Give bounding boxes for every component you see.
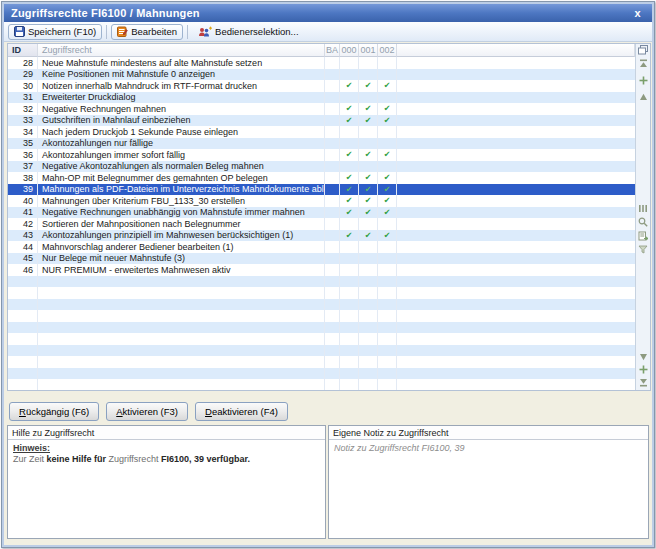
table-row[interactable]: 46NUR PREMIUM - erweitertes Mahnwesen ak… bbox=[8, 264, 635, 276]
search-icon[interactable] bbox=[638, 217, 648, 227]
cell-ba bbox=[325, 368, 340, 380]
cell-001 bbox=[359, 161, 378, 173]
column-header-id[interactable]: ID bbox=[8, 44, 38, 57]
table-row-empty[interactable] bbox=[8, 276, 635, 288]
cell-001-check-icon: ✔ bbox=[359, 230, 378, 242]
undo-button[interactable]: Rückgängig (F6) bbox=[9, 402, 99, 421]
note-panel-body[interactable]: Notiz zu Zugriffsrecht FI6100, 39 bbox=[329, 440, 648, 457]
table-row-empty[interactable] bbox=[8, 310, 635, 322]
export-icon[interactable] bbox=[638, 231, 648, 241]
help-text-segment: keine Hilfe für bbox=[47, 454, 109, 464]
cell-zugriffsrecht: Notizen innerhalb Mahndruck im RTF-Forma… bbox=[38, 80, 325, 92]
cell-000 bbox=[340, 356, 359, 368]
grid-scroll-strip bbox=[635, 44, 650, 390]
cell-001 bbox=[359, 126, 378, 138]
column-header-000[interactable]: 000 bbox=[340, 44, 359, 57]
table-row[interactable]: 30Notizen innerhalb Mahndruck im RTF-For… bbox=[8, 80, 635, 92]
help-text: Zur Zeit keine Hilfe für Zugriffsrecht F… bbox=[13, 454, 320, 465]
cell-zugriffsrecht: Akontozahlungen prinzipiell im Mahnwesen… bbox=[38, 230, 325, 242]
scroll-first-icon[interactable] bbox=[639, 59, 648, 68]
cell-filler bbox=[397, 172, 635, 184]
table-row[interactable]: 38Mahn-OP mit Belegnummer des gemahnten … bbox=[8, 172, 635, 184]
title-bar[interactable]: Zugriffsrechte FI6100 / Mahnungen x bbox=[4, 4, 652, 22]
table-row-empty[interactable] bbox=[8, 299, 635, 311]
table-row[interactable]: 36Akontozahlungen immer sofort fällig✔✔✔ bbox=[8, 149, 635, 161]
cell-zugriffsrecht bbox=[38, 287, 325, 299]
table-row-empty[interactable] bbox=[8, 322, 635, 334]
table-row[interactable]: 44Mahnvorschlag anderer Bediener bearbei… bbox=[8, 241, 635, 253]
cell-ba bbox=[325, 92, 340, 104]
activate-button[interactable]: Aktivieren (F3) bbox=[106, 402, 188, 421]
cell-002 bbox=[378, 92, 397, 104]
scroll-last-icon[interactable] bbox=[639, 378, 648, 387]
cell-001 bbox=[359, 345, 378, 357]
cell-zugriffsrecht: Neue Mahnstufe mindestens auf alte Mahns… bbox=[38, 57, 325, 69]
cell-000 bbox=[340, 276, 359, 288]
table-row[interactable]: 28Neue Mahnstufe mindestens auf alte Mah… bbox=[8, 57, 635, 69]
table-row[interactable]: 45Nur Belege mit neuer Mahnstufe (3) bbox=[8, 253, 635, 265]
deactivate-button[interactable]: Deaktivieren (F4) bbox=[195, 402, 288, 421]
cell-ba bbox=[325, 356, 340, 368]
copy-grid-icon[interactable] bbox=[638, 45, 648, 55]
insert-row-down-icon[interactable] bbox=[639, 365, 648, 374]
table-row[interactable]: 39Mahnungen als PDF-Dateien im Unterverz… bbox=[8, 184, 635, 196]
cell-000 bbox=[340, 57, 359, 69]
table-row[interactable]: 40Mahnungen über Kriterium FBU_1133_30 e… bbox=[8, 195, 635, 207]
column-header-002[interactable]: 002 bbox=[378, 44, 397, 57]
cell-ba bbox=[325, 103, 340, 115]
cell-001 bbox=[359, 92, 378, 104]
table-row[interactable]: 29Keine Positionen mit Mahnstufe 0 anzei… bbox=[8, 69, 635, 81]
table-row-empty[interactable] bbox=[8, 356, 635, 368]
table-row[interactable]: 43Akontozahlungen prinzipiell im Mahnwes… bbox=[8, 230, 635, 242]
table-row[interactable]: 34Nach jedem Druckjob 1 Sekunde Pause ei… bbox=[8, 126, 635, 138]
scroll-up-icon[interactable] bbox=[639, 93, 648, 101]
table-row[interactable]: 41Negative Rechnungen unabhängig von Mah… bbox=[8, 207, 635, 219]
edit-button[interactable]: Bearbeiten bbox=[111, 24, 183, 40]
table-row-empty[interactable] bbox=[8, 379, 635, 390]
table-row[interactable]: 37Negative Akontozahlungen als normalen … bbox=[8, 161, 635, 173]
cell-002 bbox=[378, 57, 397, 69]
table-row-empty[interactable] bbox=[8, 345, 635, 357]
save-button[interactable]: Speichern (F10) bbox=[8, 24, 102, 40]
cell-000-check-icon: ✔ bbox=[340, 149, 359, 161]
cell-zugriffsrecht: Mahnvorschlag anderer Bediener bearbeite… bbox=[38, 241, 325, 253]
column-header-zugriffsrecht[interactable]: Zugriffsrecht bbox=[38, 44, 325, 57]
cell-zugriffsrecht: NUR PREMIUM - erweitertes Mahnwesen akti… bbox=[38, 264, 325, 276]
help-panel-header: Hilfe zu Zugriffsrecht bbox=[8, 426, 325, 440]
cell-ba bbox=[325, 345, 340, 357]
columns-icon[interactable] bbox=[638, 204, 648, 213]
scroll-down-icon[interactable] bbox=[639, 353, 648, 361]
filter-icon[interactable] bbox=[638, 245, 648, 254]
operator-selection-button[interactable]: Bedienerselektion... bbox=[192, 24, 304, 40]
table-row[interactable]: 32Negative Rechnungen mahnen✔✔✔ bbox=[8, 103, 635, 115]
help-text-segment: Zur Zeit bbox=[13, 454, 47, 464]
cell-id bbox=[8, 368, 38, 380]
cell-ba bbox=[325, 115, 340, 127]
cell-filler bbox=[397, 69, 635, 81]
column-header-001[interactable]: 001 bbox=[359, 44, 378, 57]
column-header-ba[interactable]: BA bbox=[325, 44, 340, 57]
cell-001 bbox=[359, 368, 378, 380]
cell-000 bbox=[340, 368, 359, 380]
operator-selection-label: Bedienerselektion... bbox=[215, 26, 298, 37]
cell-001 bbox=[359, 241, 378, 253]
table-row[interactable]: 35Akontozahlungen nur fällige bbox=[8, 138, 635, 150]
table-row-empty[interactable] bbox=[8, 333, 635, 345]
close-button[interactable]: x bbox=[630, 6, 645, 20]
cell-id bbox=[8, 379, 38, 390]
table-row[interactable]: 42Sortieren der Mahnpositionen nach Bele… bbox=[8, 218, 635, 230]
cell-002-check-icon: ✔ bbox=[378, 149, 397, 161]
cell-id: 41 bbox=[8, 207, 38, 219]
table-row[interactable]: 31Erweiterter Druckdialog bbox=[8, 92, 635, 104]
cell-000-check-icon: ✔ bbox=[340, 80, 359, 92]
insert-row-up-icon[interactable] bbox=[639, 76, 648, 85]
note-panel: Eigene Notiz zu Zugriffsrecht Notiz zu Z… bbox=[328, 425, 649, 539]
bottom-panels: Hilfe zu Zugriffsrecht Hinweis: Zur Zeit… bbox=[7, 425, 649, 539]
table-row[interactable]: 33Gutschriften in Mahnlauf einbeziehen✔✔… bbox=[8, 115, 635, 127]
cell-000 bbox=[340, 310, 359, 322]
cell-000-check-icon: ✔ bbox=[340, 207, 359, 219]
cell-001 bbox=[359, 322, 378, 334]
cell-002 bbox=[378, 333, 397, 345]
table-row-empty[interactable] bbox=[8, 368, 635, 380]
table-row-empty[interactable] bbox=[8, 287, 635, 299]
